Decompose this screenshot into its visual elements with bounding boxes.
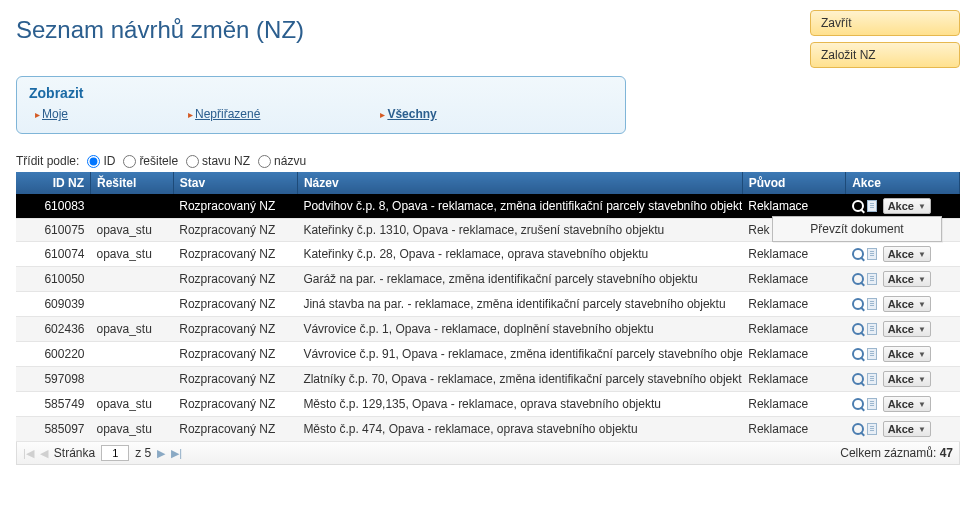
cell-stav: Rozpracovaný NZ <box>173 219 297 242</box>
cell-puvod: Reklamace <box>742 342 845 367</box>
action-dropdown[interactable]: Převzít dokument <box>772 216 942 242</box>
table-row[interactable]: 610050Rozpracovaný NZGaráž na par. - rek… <box>16 267 960 292</box>
last-page-icon[interactable]: ▶| <box>171 447 182 460</box>
col-nazev[interactable]: Název <box>297 172 742 194</box>
sort-id[interactable]: ID <box>87 154 115 168</box>
document-icon[interactable] <box>867 348 877 360</box>
cell-actions: Akce▼ <box>846 342 960 367</box>
cell-puvod: Reklamace <box>742 392 845 417</box>
filter-unassigned[interactable]: ▸ Nepřiřazené <box>188 107 260 121</box>
filter-my[interactable]: ▸ Moje <box>35 107 68 121</box>
table-row[interactable]: 585097opava_stuRozpracovaný NZMěsto č.p.… <box>16 417 960 442</box>
chevron-down-icon: ▼ <box>918 202 926 211</box>
cell-resitel: opava_stu <box>90 219 173 242</box>
sort-nazvu[interactable]: názvu <box>258 154 306 168</box>
cell-actions: Akce▼ <box>846 417 960 442</box>
cell-id: 610083 <box>16 194 90 219</box>
sort-resitele[interactable]: řešitele <box>123 154 178 168</box>
cell-nazev: Podvihov č.p. 8, Opava - reklamace, změn… <box>297 194 742 219</box>
filter-panel: Zobrazit ▸ Moje ▸ Nepřiřazené ▸ Všechny <box>16 76 626 134</box>
document-icon[interactable] <box>867 398 877 410</box>
view-icon[interactable] <box>852 373 864 385</box>
col-resitel[interactable]: Řešitel <box>90 172 173 194</box>
cell-resitel <box>90 342 173 367</box>
col-puvod[interactable]: Původ <box>742 172 845 194</box>
cell-resitel: opava_stu <box>90 317 173 342</box>
view-icon[interactable] <box>852 273 864 285</box>
first-page-icon[interactable]: |◀ <box>23 447 34 460</box>
row-action-button[interactable]: Akce▼ <box>883 321 931 337</box>
table-row[interactable]: 610083Rozpracovaný NZPodvihov č.p. 8, Op… <box>16 194 960 219</box>
view-icon[interactable] <box>852 200 864 212</box>
cell-resitel <box>90 367 173 392</box>
cell-id: 600220 <box>16 342 90 367</box>
cell-actions: Akce▼ <box>846 367 960 392</box>
chevron-down-icon: ▼ <box>918 275 926 284</box>
cell-nazev: Vávrovice č.p. 91, Opava - reklamace, zm… <box>297 342 742 367</box>
table-row[interactable]: 609039Rozpracovaný NZJiná stavba na par.… <box>16 292 960 317</box>
document-icon[interactable] <box>867 423 877 435</box>
next-page-icon[interactable]: ▶ <box>157 447 165 460</box>
page-input[interactable] <box>101 445 129 461</box>
document-icon[interactable] <box>867 248 877 260</box>
cell-nazev: Garáž na par. - reklamace, změna identif… <box>297 267 742 292</box>
row-action-button[interactable]: Akce▼ <box>883 421 931 437</box>
cell-resitel <box>90 267 173 292</box>
chevron-down-icon: ▼ <box>918 400 926 409</box>
cell-id: 602436 <box>16 317 90 342</box>
view-icon[interactable] <box>852 348 864 360</box>
cell-resitel: opava_stu <box>90 417 173 442</box>
col-id[interactable]: ID NZ <box>16 172 90 194</box>
view-icon[interactable] <box>852 323 864 335</box>
table-row[interactable]: 597098Rozpracovaný NZZlatníky č.p. 70, O… <box>16 367 960 392</box>
document-icon[interactable] <box>867 373 877 385</box>
view-icon[interactable] <box>852 423 864 435</box>
row-action-button[interactable]: Akce▼ <box>883 296 931 312</box>
document-icon[interactable] <box>867 273 877 285</box>
view-icon[interactable] <box>852 298 864 310</box>
cell-stav: Rozpracovaný NZ <box>173 317 297 342</box>
create-nz-button[interactable]: Založit NZ <box>810 42 960 68</box>
cell-resitel <box>90 194 173 219</box>
cell-nazev: Jiná stavba na par. - reklamace, změna i… <box>297 292 742 317</box>
cell-puvod: Reklamace <box>742 242 845 267</box>
cell-puvod: Reklamace <box>742 267 845 292</box>
close-button[interactable]: Zavřít <box>810 10 960 36</box>
view-icon[interactable] <box>852 398 864 410</box>
table-row[interactable]: 602436opava_stuRozpracovaný NZVávrovice … <box>16 317 960 342</box>
document-icon[interactable] <box>867 298 877 310</box>
table-row[interactable]: 610074opava_stuRozpracovaný NZKateřinky … <box>16 242 960 267</box>
cell-stav: Rozpracovaný NZ <box>173 367 297 392</box>
document-icon[interactable] <box>867 323 877 335</box>
col-akce[interactable]: Akce <box>846 172 960 194</box>
row-action-button[interactable]: Akce▼ <box>883 271 931 287</box>
table-row[interactable]: 585749opava_stuRozpracovaný NZMěsto č.p.… <box>16 392 960 417</box>
total-label: Celkem záznamů: <box>840 446 936 460</box>
cell-id: 585097 <box>16 417 90 442</box>
dropdown-item-take[interactable]: Převzít dokument <box>810 222 903 236</box>
filter-title: Zobrazit <box>29 85 613 101</box>
filter-all[interactable]: ▸ Všechny <box>380 107 436 121</box>
col-stav[interactable]: Stav <box>173 172 297 194</box>
prev-page-icon[interactable]: ◀ <box>40 447 48 460</box>
cell-id: 610074 <box>16 242 90 267</box>
cell-stav: Rozpracovaný NZ <box>173 267 297 292</box>
cell-stav: Rozpracovaný NZ <box>173 292 297 317</box>
view-icon[interactable] <box>852 248 864 260</box>
chevron-down-icon: ▼ <box>918 350 926 359</box>
cell-actions: Akce▼ <box>846 292 960 317</box>
cell-puvod: Reklamace <box>742 317 845 342</box>
row-action-button[interactable]: Akce▼ <box>883 346 931 362</box>
cell-nazev: Město č.p. 129,135, Opava - reklamace, o… <box>297 392 742 417</box>
cell-resitel <box>90 292 173 317</box>
sort-stavu[interactable]: stavu NZ <box>186 154 250 168</box>
document-icon[interactable] <box>867 200 877 212</box>
row-action-button[interactable]: Akce▼ <box>883 371 931 387</box>
row-action-button[interactable]: Akce▼ <box>883 198 931 214</box>
cell-nazev: Město č.p. 474, Opava - reklamace, oprav… <box>297 417 742 442</box>
cell-stav: Rozpracovaný NZ <box>173 342 297 367</box>
table-row[interactable]: 600220Rozpracovaný NZVávrovice č.p. 91, … <box>16 342 960 367</box>
row-action-button[interactable]: Akce▼ <box>883 396 931 412</box>
row-action-button[interactable]: Akce▼ <box>883 246 931 262</box>
cell-puvod: Reklamace <box>742 194 845 219</box>
